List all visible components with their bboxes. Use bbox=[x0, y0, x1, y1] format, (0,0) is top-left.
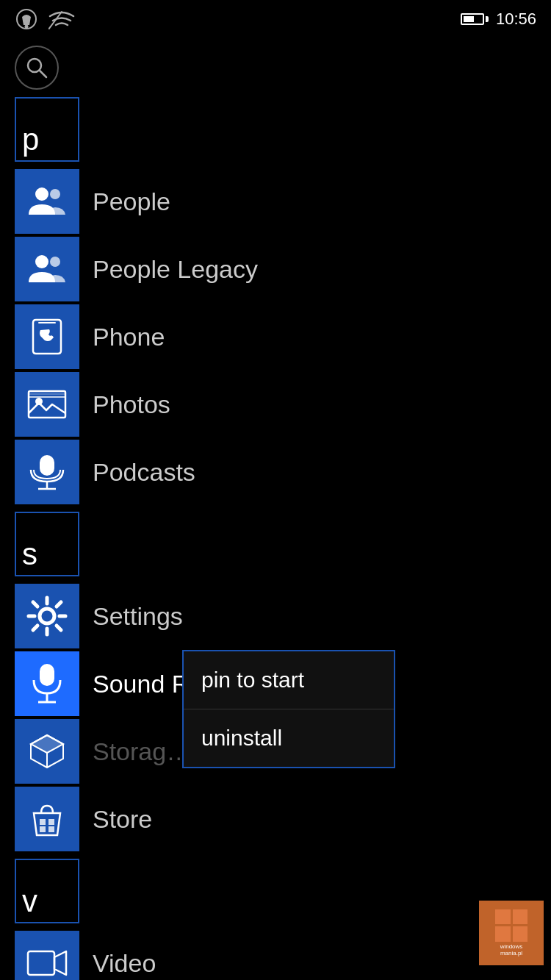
app-name-video: Video bbox=[93, 949, 156, 978]
video-app-icon bbox=[15, 931, 79, 980]
svg-rect-25 bbox=[40, 826, 46, 832]
wifi-icon bbox=[48, 9, 75, 29]
app-item-store[interactable]: Store bbox=[0, 785, 551, 853]
photos-app-icon bbox=[15, 372, 79, 437]
svg-rect-27 bbox=[28, 951, 54, 975]
svg-marker-21 bbox=[31, 735, 63, 753]
settings-app-icon bbox=[15, 584, 79, 648]
app-item-people[interactable]: People bbox=[0, 168, 551, 235]
people-legacy-icon bbox=[15, 237, 79, 301]
app-name-phone: Phone bbox=[93, 323, 165, 351]
notifications-icon bbox=[15, 7, 38, 31]
context-menu: pin to start uninstall bbox=[182, 650, 395, 768]
svg-rect-23 bbox=[40, 819, 46, 825]
svg-marker-28 bbox=[54, 951, 66, 975]
windows-logo bbox=[495, 909, 527, 942]
app-name-storage: Storag… bbox=[93, 737, 191, 766]
section-s[interactable]: s bbox=[15, 512, 79, 576]
battery-icon bbox=[461, 13, 489, 25]
app-item-phone[interactable]: Phone bbox=[0, 303, 551, 371]
app-item-photos[interactable]: Photos bbox=[0, 371, 551, 438]
app-item-settings[interactable]: Settings bbox=[0, 582, 551, 650]
app-item-video[interactable]: Video bbox=[0, 929, 551, 980]
app-name-store: Store bbox=[93, 805, 152, 834]
store-app-icon bbox=[15, 787, 79, 851]
svg-point-1 bbox=[25, 25, 29, 29]
phone-app-icon bbox=[15, 304, 79, 369]
app-item-people-legacy[interactable]: People Legacy bbox=[0, 235, 551, 303]
search-icon bbox=[25, 56, 48, 79]
app-name-photos: Photos bbox=[93, 390, 170, 419]
podcasts-app-icon bbox=[15, 440, 79, 504]
svg-point-5 bbox=[35, 187, 48, 201]
svg-line-4 bbox=[40, 71, 46, 77]
status-right: 10:56 bbox=[461, 10, 536, 29]
app-name-people: People bbox=[93, 187, 170, 216]
search-button[interactable] bbox=[15, 46, 59, 90]
section-p[interactable]: p bbox=[15, 97, 79, 162]
app-item-sound-recorder[interactable]: Sound Recorder pin to start uninstall bbox=[0, 650, 551, 718]
svg-rect-17 bbox=[40, 664, 54, 686]
time-display: 10:56 bbox=[496, 10, 536, 29]
uninstall-button[interactable]: uninstall bbox=[184, 709, 394, 767]
svg-rect-9 bbox=[29, 391, 65, 418]
section-v[interactable]: v bbox=[15, 859, 79, 923]
svg-point-8 bbox=[50, 257, 60, 267]
pin-to-start-button[interactable]: pin to start bbox=[184, 651, 394, 709]
svg-point-6 bbox=[50, 189, 60, 199]
app-name-podcasts: Podcasts bbox=[93, 458, 195, 487]
watermark: windowsmania.pl bbox=[479, 901, 544, 965]
status-left bbox=[15, 7, 75, 31]
svg-rect-26 bbox=[48, 826, 54, 832]
sound-recorder-app-icon bbox=[15, 651, 79, 716]
svg-point-16 bbox=[40, 609, 54, 623]
app-item-podcasts[interactable]: Podcasts bbox=[0, 438, 551, 506]
app-name-people-legacy: People Legacy bbox=[93, 255, 258, 284]
app-name-settings: Settings bbox=[93, 602, 183, 631]
storage-app-icon bbox=[15, 719, 79, 784]
svg-rect-13 bbox=[40, 455, 54, 476]
svg-point-7 bbox=[35, 255, 48, 268]
svg-rect-24 bbox=[48, 819, 54, 825]
status-bar: 10:56 bbox=[0, 0, 551, 38]
people-icon bbox=[15, 169, 79, 234]
